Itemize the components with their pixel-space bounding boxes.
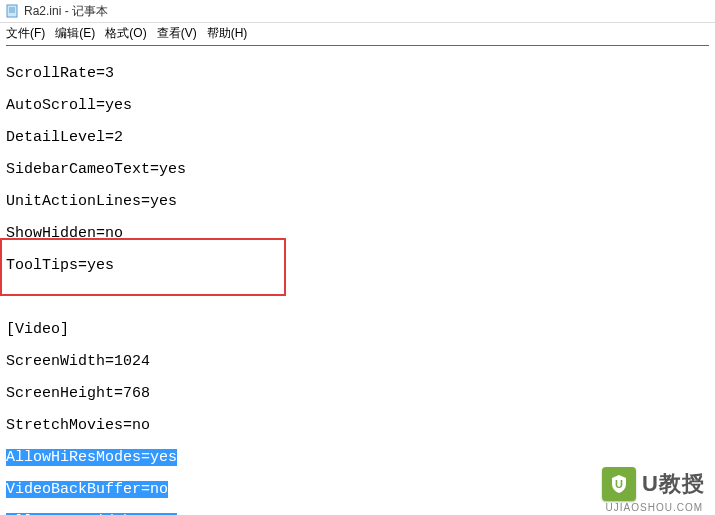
text-line: UnitActionLines=yes bbox=[6, 194, 709, 210]
menu-file[interactable]: 文件(F) bbox=[6, 25, 45, 42]
text-line: StretchMovies=no bbox=[6, 418, 709, 434]
text-area[interactable]: ScrollRate=3 AutoScroll=yes DetailLevel=… bbox=[0, 46, 715, 515]
text-line: ScreenWidth=1024 bbox=[6, 354, 709, 370]
text-line: SidebarCameoText=yes bbox=[6, 162, 709, 178]
menu-bar: 文件(F) 编辑(E) 格式(O) 查看(V) 帮助(H) bbox=[0, 23, 715, 43]
text-line: AllowHiResModes=yes bbox=[6, 450, 709, 466]
text-line: AutoScroll=yes bbox=[6, 98, 709, 114]
menu-help[interactable]: 帮助(H) bbox=[207, 25, 248, 42]
text-line: [Video] bbox=[6, 322, 709, 338]
svg-text:U: U bbox=[615, 478, 623, 490]
text-line: ScrollRate=3 bbox=[6, 66, 709, 82]
watermark: U U教授 bbox=[602, 467, 705, 501]
watermark-subtext: UJIAOSHOU.COM bbox=[606, 502, 703, 513]
text-line bbox=[6, 290, 709, 306]
text-line: ScreenHeight=768 bbox=[6, 386, 709, 402]
watermark-text: U教授 bbox=[642, 469, 705, 499]
menu-format[interactable]: 格式(O) bbox=[105, 25, 146, 42]
menu-edit[interactable]: 编辑(E) bbox=[55, 25, 95, 42]
watermark-badge-icon: U bbox=[602, 467, 636, 501]
text-line: ToolTips=yes bbox=[6, 258, 709, 274]
selected-text: AllowHiResModes=yes bbox=[6, 449, 177, 466]
window-title: Ra2.ini - 记事本 bbox=[24, 3, 108, 20]
selected-text: VideoBackBuffer=no bbox=[6, 481, 168, 498]
text-line: ShowHidden=no bbox=[6, 226, 709, 242]
svg-rect-0 bbox=[7, 5, 17, 17]
menu-view[interactable]: 查看(V) bbox=[157, 25, 197, 42]
text-line: DetailLevel=2 bbox=[6, 130, 709, 146]
notepad-icon bbox=[4, 3, 20, 19]
title-bar: Ra2.ini - 记事本 bbox=[0, 0, 715, 23]
